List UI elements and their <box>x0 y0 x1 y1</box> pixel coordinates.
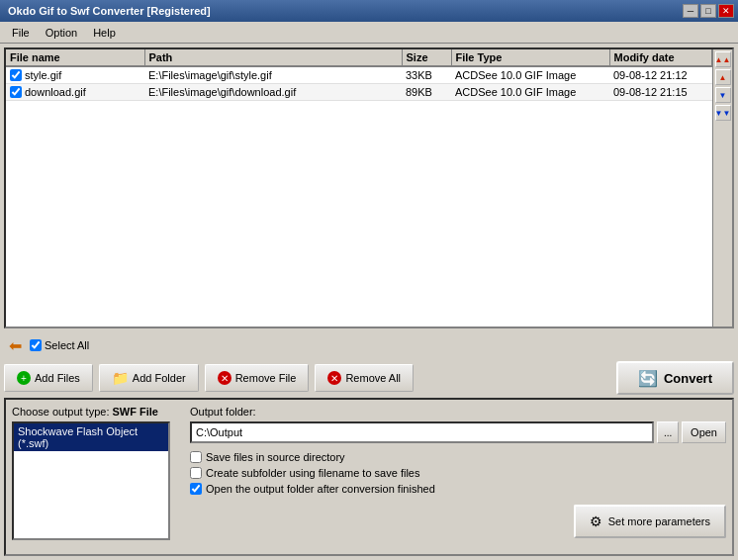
file-table-body: style.gifE:\Files\image\gif\style.gif33K… <box>6 66 712 101</box>
title-text: Okdo Gif to Swf Converter [Registered] <box>4 5 211 17</box>
table-row: download.gifE:\Files\image\gif\download.… <box>6 84 712 101</box>
scroll-up-button[interactable]: ▲ <box>715 69 731 85</box>
output-folder-panel: Output folder: ... Open Save files in so… <box>190 406 726 548</box>
cell-filename: download.gif <box>6 84 144 101</box>
set-params-button[interactable]: ⚙ Set more parameters <box>574 505 726 538</box>
folder-row: ... Open <box>190 421 726 443</box>
toolbar-row: ⬅ Select All <box>4 332 734 358</box>
close-button[interactable]: ✕ <box>718 4 734 18</box>
output-type-label: Choose output type: SWF File <box>12 406 180 418</box>
back-arrow[interactable]: ⬅ <box>4 334 26 356</box>
menu-file[interactable]: File <box>4 25 38 41</box>
cell-filetype: ACDSee 10.0 GIF Image <box>451 84 609 101</box>
bottom-panel: Choose output type: SWF File Shockwave F… <box>4 398 734 556</box>
cell-modifydate: 09-08-12 21:12 <box>609 66 712 84</box>
create-subfolder-checkbox[interactable] <box>190 467 202 479</box>
cell-size: 89KB <box>402 84 451 101</box>
output-type-option-swf[interactable]: Shockwave Flash Object (*.swf) <box>14 423 168 451</box>
add-folder-button[interactable]: 📁 Add Folder <box>99 364 199 392</box>
cell-size: 33KB <box>402 66 451 84</box>
menu-option[interactable]: Option <box>38 25 85 41</box>
table-row: style.gifE:\Files\image\gif\style.gif33K… <box>6 66 712 84</box>
output-folder-input[interactable] <box>190 421 654 443</box>
create-subfolder-row: Create subfolder using filename to save … <box>190 467 726 479</box>
file-table-container: File name Path Size File Type Modify dat… <box>4 47 734 328</box>
scroll-buttons: ▲▲ ▲ ▼ ▼▼ <box>712 49 732 327</box>
convert-icon: 🔄 <box>638 369 658 388</box>
files-table: File name Path Size File Type Modify dat… <box>6 49 712 101</box>
col-size: Size <box>402 49 451 66</box>
select-all-text: Select All <box>45 339 89 351</box>
col-filetype: File Type <box>451 49 609 66</box>
create-subfolder-label: Create subfolder using filename to save … <box>206 467 419 479</box>
add-files-label: Add Files <box>35 372 80 384</box>
select-all-checkbox[interactable] <box>30 339 42 351</box>
open-after-conversion-label: Open the output folder after conversion … <box>206 483 435 495</box>
cell-filetype: ACDSee 10.0 GIF Image <box>451 66 609 84</box>
row-checkbox-1[interactable] <box>10 86 22 98</box>
add-folder-icon: 📁 <box>112 370 129 386</box>
gear-icon: ⚙ <box>590 513 602 529</box>
open-button[interactable]: Open <box>682 421 726 443</box>
save-in-source-row: Save files in source directory <box>190 451 726 463</box>
output-type-panel: Choose output type: SWF File Shockwave F… <box>12 406 180 548</box>
select-all-label[interactable]: Select All <box>30 339 89 351</box>
cell-filename: style.gif <box>6 66 144 84</box>
cell-path: E:\Files\image\gif\style.gif <box>144 66 402 84</box>
title-icons: ─ □ ✕ <box>683 4 734 18</box>
file-table: File name Path Size File Type Modify dat… <box>6 49 712 327</box>
remove-all-icon: ✕ <box>327 371 341 385</box>
save-in-source-checkbox[interactable] <box>190 451 202 463</box>
scroll-top-button[interactable]: ▲▲ <box>715 51 731 67</box>
action-row: + Add Files 📁 Add Folder ✕ Remove File ✕… <box>4 362 734 394</box>
col-path: Path <box>144 49 402 66</box>
open-after-conversion-row: Open the output folder after conversion … <box>190 483 726 495</box>
convert-button[interactable]: 🔄 Convert <box>616 361 734 395</box>
browse-button[interactable]: ... <box>657 421 679 443</box>
remove-all-label: Remove All <box>345 372 401 384</box>
save-in-source-label: Save files in source directory <box>206 451 345 463</box>
cell-modifydate: 09-08-12 21:15 <box>609 84 712 101</box>
remove-file-button[interactable]: ✕ Remove File <box>205 364 310 392</box>
add-folder-label: Add Folder <box>133 372 186 384</box>
add-files-icon: + <box>17 371 31 385</box>
output-folder-label: Output folder: <box>190 406 726 418</box>
scroll-down-button[interactable]: ▼ <box>715 87 731 103</box>
set-params-label: Set more parameters <box>608 515 710 527</box>
open-after-conversion-checkbox[interactable] <box>190 483 202 495</box>
output-type-list[interactable]: Shockwave Flash Object (*.swf) <box>12 421 170 540</box>
scroll-bottom-button[interactable]: ▼▼ <box>715 105 731 121</box>
main-content: File name Path Size File Type Modify dat… <box>0 44 738 560</box>
remove-file-label: Remove File <box>235 372 297 384</box>
restore-button[interactable]: □ <box>700 4 716 18</box>
convert-label: Convert <box>664 371 712 386</box>
add-files-button[interactable]: + Add Files <box>4 364 93 392</box>
cell-path: E:\Files\image\gif\download.gif <box>144 84 402 101</box>
remove-all-button[interactable]: ✕ Remove All <box>315 364 414 392</box>
remove-file-icon: ✕ <box>218 371 231 385</box>
col-filename: File name <box>6 49 144 66</box>
col-modifydate: Modify date <box>609 49 712 66</box>
title-bar: Okdo Gif to Swf Converter [Registered] ─… <box>0 0 738 22</box>
menu-help[interactable]: Help <box>85 25 124 41</box>
row-checkbox-0[interactable] <box>10 69 22 81</box>
minimize-button[interactable]: ─ <box>683 4 698 18</box>
menu-bar: File Option Help <box>0 22 738 44</box>
